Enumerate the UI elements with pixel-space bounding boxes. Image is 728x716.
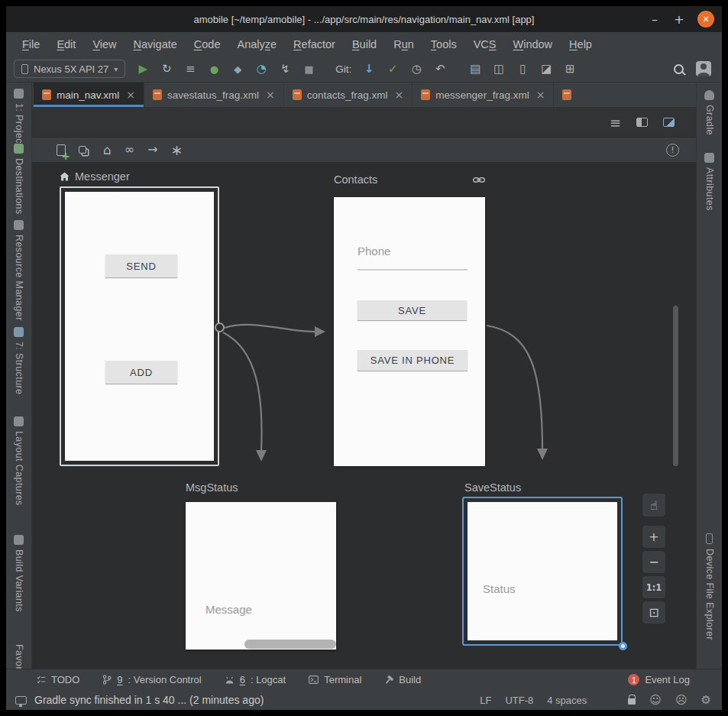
menu-analyze[interactable]: Analyze: [229, 38, 286, 50]
menu-tools[interactable]: Tools: [422, 38, 465, 50]
new-destination-icon[interactable]: [57, 144, 66, 156]
zoom-in-button[interactable]: +: [642, 525, 666, 549]
encoding-indicator[interactable]: UTF-8: [505, 695, 533, 706]
tab-savestatus-frag-xml[interactable]: savestatus_frag.xml×: [144, 83, 284, 107]
lock-icon[interactable]: [628, 698, 636, 705]
search-everywhere-icon[interactable]: [674, 64, 684, 74]
gear-icon[interactable]: ⚙: [701, 693, 711, 707]
split-view-icon[interactable]: [636, 118, 648, 127]
menu-help[interactable]: Help: [561, 38, 600, 50]
coverage-icon[interactable]: [231, 60, 244, 77]
fragment-contacts[interactable]: Phone SAVE SAVE IN PHONE: [334, 197, 485, 466]
rollback-icon[interactable]: [433, 60, 447, 77]
profile-icon[interactable]: [183, 60, 197, 77]
toolwindow-terminal[interactable]: Terminal: [309, 674, 361, 685]
resize-handle[interactable]: [619, 642, 627, 650]
maximize-button[interactable]: +: [673, 12, 685, 27]
menu-run[interactable]: Run: [385, 38, 422, 50]
zoom-out-button[interactable]: −: [642, 550, 666, 574]
project-structure-icon[interactable]: [468, 60, 482, 77]
toolwindow-build[interactable]: Build: [384, 674, 421, 685]
zoom-ratio-button[interactable]: 1:1: [642, 575, 666, 599]
menu-window[interactable]: Window: [505, 38, 561, 50]
fragment-label-contacts[interactable]: Contacts: [334, 173, 485, 186]
fragment-name: MsgStatus: [186, 481, 238, 494]
toolwindow-6-logcat[interactable]: 6: Logcat: [225, 674, 286, 685]
nested-graph-icon[interactable]: [79, 146, 86, 154]
toolwindow-1-project[interactable]: 1: Project: [6, 89, 31, 147]
deep-link-icon[interactable]: [125, 144, 134, 156]
toolwindow-attributes[interactable]: Attributes: [697, 153, 722, 211]
close-icon[interactable]: ×: [126, 89, 135, 101]
auto-arrange-icon[interactable]: [171, 143, 183, 157]
toolwindow-todo[interactable]: TODO: [37, 674, 79, 685]
status-message[interactable]: Gradle sync finished in 1 s 40 ... (2 mi…: [34, 694, 264, 706]
minimize-button[interactable]: –: [649, 12, 661, 27]
tab-main-nav-xml[interactable]: main_nav.xml×: [34, 83, 144, 107]
menu-build[interactable]: Build: [344, 38, 385, 50]
happy-face-icon[interactable]: ☺: [649, 693, 662, 707]
nav-graph-canvas[interactable]: Messenger SEND ADD Contacts: [32, 163, 696, 669]
fragment-label-savestatus[interactable]: SaveStatus: [464, 481, 521, 494]
tab-partial[interactable]: [554, 83, 575, 107]
menu-vcs[interactable]: VCS: [465, 38, 505, 50]
avatar-icon[interactable]: [696, 61, 711, 76]
fragment-label-msgstatus[interactable]: MsgStatus: [186, 481, 238, 494]
toolwindow-destinations[interactable]: Destinations: [6, 144, 31, 215]
design-preview-icon[interactable]: [663, 118, 675, 127]
run-manager-icon[interactable]: [492, 60, 506, 77]
toolwindow-build-variants[interactable]: Build Variants: [6, 535, 31, 612]
component-list-icon[interactable]: [610, 115, 621, 131]
menu-view[interactable]: View: [84, 38, 125, 50]
history-icon[interactable]: [409, 60, 423, 77]
line-ending-indicator[interactable]: LF: [480, 695, 491, 706]
commit-icon[interactable]: [386, 60, 400, 77]
xml-file-icon: [42, 89, 51, 100]
canvas-scrollbar[interactable]: [673, 306, 678, 466]
device-selector[interactable]: Nexus 5X API 27 ▾: [14, 60, 125, 78]
menu-refactor[interactable]: Refactor: [285, 38, 344, 50]
home-icon[interactable]: [103, 144, 112, 157]
toolwindow-favorites[interactable]: Favorites: [6, 644, 31, 669]
action-arrow-icon[interactable]: [147, 144, 157, 156]
fragment-savestatus[interactable]: Status: [462, 497, 623, 646]
device-manager-icon[interactable]: [516, 60, 529, 77]
debug-icon[interactable]: [207, 60, 221, 77]
cpu-profiler-icon[interactable]: [254, 60, 268, 77]
menu-file[interactable]: File: [14, 38, 48, 50]
apply-changes-icon[interactable]: [160, 60, 173, 77]
close-icon[interactable]: ×: [536, 89, 545, 101]
event-log-button[interactable]: 1 Event Log: [628, 674, 690, 685]
fragment-messenger[interactable]: SEND ADD: [60, 186, 219, 466]
layout-inspector-icon[interactable]: [563, 60, 577, 77]
pan-hand-button[interactable]: ☝: [642, 493, 666, 517]
fragment-label-messenger[interactable]: Messenger: [60, 170, 130, 183]
toolwindow-7-structure[interactable]: 7: Structure: [6, 327, 31, 394]
run-icon[interactable]: [136, 60, 150, 77]
menu-navigate[interactable]: Navigate: [125, 38, 186, 50]
tab-contacts-frag-xml[interactable]: contacts_frag.xml×: [284, 83, 413, 107]
fragment-msgstatus[interactable]: Message: [186, 502, 336, 650]
tab-messenger-frag-xml[interactable]: messenger_frag.xml×: [413, 83, 554, 107]
update-project-icon[interactable]: [362, 60, 376, 77]
attach-debugger-icon[interactable]: [278, 60, 292, 77]
menu-edit[interactable]: Edit: [48, 38, 84, 50]
warning-icon[interactable]: !: [666, 144, 679, 157]
toolwindow-9-version-control[interactable]: 9: Version Control: [102, 674, 201, 685]
fit-screen-button[interactable]: ⊡: [642, 601, 666, 624]
indent-indicator[interactable]: 4 spaces: [547, 695, 587, 706]
toolwindow-gradle[interactable]: Gradle: [697, 90, 722, 135]
toolwindow-device-file-explorer[interactable]: Device File Explorer: [697, 533, 722, 640]
sad-face-icon[interactable]: ☹: [675, 693, 688, 707]
menu-code[interactable]: Code: [186, 38, 229, 50]
toolwindow-layout-captures[interactable]: Layout Captures: [6, 416, 31, 506]
capture-icon[interactable]: [539, 60, 553, 77]
notification-badge: 1: [628, 674, 639, 685]
close-icon[interactable]: ×: [395, 89, 404, 101]
toolwindow-toggle-icon[interactable]: [15, 696, 27, 705]
stop-icon[interactable]: [302, 60, 315, 77]
toolwindow-resource-manager[interactable]: Resource Manager: [6, 220, 31, 321]
close-icon[interactable]: ×: [266, 89, 275, 101]
close-button[interactable]: ✕: [697, 11, 714, 28]
action-source-handle[interactable]: [215, 322, 225, 332]
